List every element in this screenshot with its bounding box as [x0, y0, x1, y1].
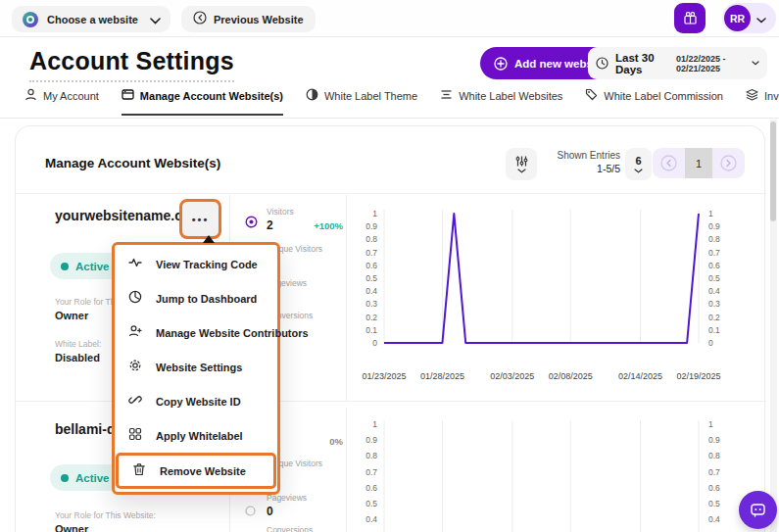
clock-icon — [596, 57, 609, 70]
align-list-icon — [440, 88, 453, 103]
svg-text:0.9: 0.9 — [708, 435, 720, 445]
previous-website-button[interactable]: Previous Website — [181, 6, 316, 32]
svg-text:1: 1 — [708, 209, 713, 218]
target-icon — [245, 215, 258, 232]
svg-text:0.8: 0.8 — [365, 234, 377, 244]
choose-website-label: Choose a website — [47, 14, 138, 25]
shown-entries: Shown Entries 1-5/5 — [540, 150, 620, 174]
visitors-chart-1: 01/23/202501/28/202502/03/202502/08/2025… — [348, 192, 745, 400]
svg-text:0: 0 — [372, 338, 377, 348]
date-range-picker[interactable]: Last 30 Days 01/22/2025 - 02/21/2025 — [588, 47, 767, 79]
status-dot-icon — [61, 474, 69, 482]
menu-caret — [203, 235, 215, 243]
chevron-down-icon — [634, 169, 643, 173]
date-range-label: Last 30 Days — [615, 52, 667, 75]
svg-text:0.1: 0.1 — [708, 325, 720, 335]
menu-item-manage-website-contributors[interactable]: Manage Website Contributors — [115, 315, 277, 350]
menu-item-label: View Tracking Code — [156, 259, 258, 270]
svg-text:0.9: 0.9 — [708, 221, 720, 231]
chevron-down-icon — [752, 61, 759, 66]
menu-item-copy-website-id[interactable]: Copy Website ID — [115, 384, 277, 418]
tab-label: White Label Commission — [604, 90, 723, 102]
current-page[interactable]: 1 — [685, 148, 712, 178]
svg-text:1: 1 — [708, 419, 713, 429]
tag-icon — [585, 88, 598, 103]
svg-text:0.9: 0.9 — [365, 221, 377, 231]
svg-text:0.5: 0.5 — [708, 499, 720, 508]
white-label-value: Disabled — [55, 352, 100, 363]
grid-icon — [128, 427, 142, 445]
svg-text:0.5: 0.5 — [708, 273, 720, 283]
previous-website-label: Previous Website — [214, 14, 304, 25]
chevron-down-icon — [517, 169, 526, 173]
user-plus-icon — [128, 324, 142, 342]
scrollbar-thumb[interactable] — [770, 121, 776, 221]
shown-entries-value: 1-5/5 — [540, 163, 620, 174]
page-size-select[interactable]: 6 — [625, 148, 652, 180]
menu-item-label: Manage Website Contributors — [156, 327, 309, 339]
tab-label: Manage Account Website(s) — [140, 90, 283, 102]
pageviews-value: 0 — [267, 505, 273, 518]
white-label-label: White Label: — [55, 339, 101, 349]
divider — [346, 408, 347, 532]
menu-item-label: Remove Website — [160, 465, 246, 477]
tab-white-label-theme[interactable]: White Label Theme — [306, 88, 417, 116]
gift-icon — [683, 11, 698, 25]
tab-manage-account-websites[interactable]: Manage Account Website(s) — [122, 88, 283, 116]
svg-text:0.8: 0.8 — [708, 451, 720, 460]
arrow-left-circle-icon — [193, 11, 207, 28]
choose-website-dropdown[interactable]: Choose a website — [12, 6, 170, 32]
svg-text:0.5: 0.5 — [365, 273, 377, 283]
filter-button[interactable] — [506, 148, 537, 180]
gear-icon — [128, 359, 142, 376]
panel-title: Manage Account Website(s) — [45, 156, 220, 170]
chat-icon — [750, 502, 766, 518]
next-page-button[interactable] — [712, 148, 745, 178]
layers-icon — [746, 88, 758, 103]
visitors-chart-2: 01/23/202501/28/202502/03/202502/08/2025… — [348, 405, 745, 532]
visitors-label: Visitors — [267, 207, 294, 217]
menu-item-label: Apply Whitelabel — [156, 430, 243, 442]
svg-text:0.6: 0.6 — [365, 261, 377, 270]
whats-new-button[interactable] — [674, 3, 706, 33]
tab-white-label-websites[interactable]: White Label Websites — [440, 88, 562, 116]
tab-invoices[interactable]: Invoices — [746, 88, 779, 116]
svg-text:0.9: 0.9 — [365, 435, 377, 445]
svg-text:0.3: 0.3 — [708, 299, 720, 309]
menu-item-jump-to-dashboard[interactable]: Jump to Dashboard — [115, 281, 277, 315]
svg-text:0.7: 0.7 — [365, 467, 377, 477]
menu-item-website-settings[interactable]: Website Settings — [115, 350, 277, 384]
svg-text:0.7: 0.7 — [365, 248, 377, 258]
visitors-change: 0% — [306, 436, 343, 447]
menu-item-label: Copy Website ID — [156, 396, 241, 408]
svg-text:0.2: 0.2 — [708, 313, 720, 322]
browser-icon — [122, 88, 134, 103]
menu-item-remove-website[interactable]: Remove Website — [116, 453, 276, 489]
tab-white-label-commission[interactable]: White Label Commission — [585, 88, 723, 116]
link-icon — [128, 393, 142, 411]
visitors-change: +100% — [306, 220, 343, 231]
dashboard-icon — [128, 290, 142, 308]
status-label: Active — [75, 472, 110, 484]
svg-text:1: 1 — [372, 209, 377, 218]
svg-text:02/19/2025: 02/19/2025 — [676, 371, 720, 381]
menu-item-view-tracking-code[interactable]: View Tracking Code — [115, 247, 277, 281]
pagination: 1 — [653, 148, 745, 178]
conversions-label: Conversions — [267, 525, 313, 532]
role-value: Owner — [55, 310, 88, 321]
chevron-down-icon — [756, 10, 766, 27]
svg-text:02/14/2025: 02/14/2025 — [618, 371, 662, 381]
menu-item-apply-whitelabel[interactable]: Apply Whitelabel — [115, 418, 277, 453]
chat-support-button[interactable] — [739, 491, 777, 529]
menu-item-label: Jump to Dashboard — [156, 293, 257, 305]
previous-page-button[interactable] — [653, 148, 685, 178]
menu-item-label: Website Settings — [156, 362, 242, 373]
tab-my-account[interactable]: My Account — [24, 88, 99, 116]
account-menu[interactable]: RR — [722, 3, 776, 33]
svg-text:0.7: 0.7 — [708, 467, 720, 477]
role-label: Your Role for This Website: — [55, 510, 156, 520]
website-actions-button[interactable]: ••• — [179, 199, 221, 239]
svg-text:0.3: 0.3 — [365, 299, 377, 309]
svg-text:0.4: 0.4 — [365, 514, 377, 524]
site-logo-icon — [22, 11, 39, 28]
